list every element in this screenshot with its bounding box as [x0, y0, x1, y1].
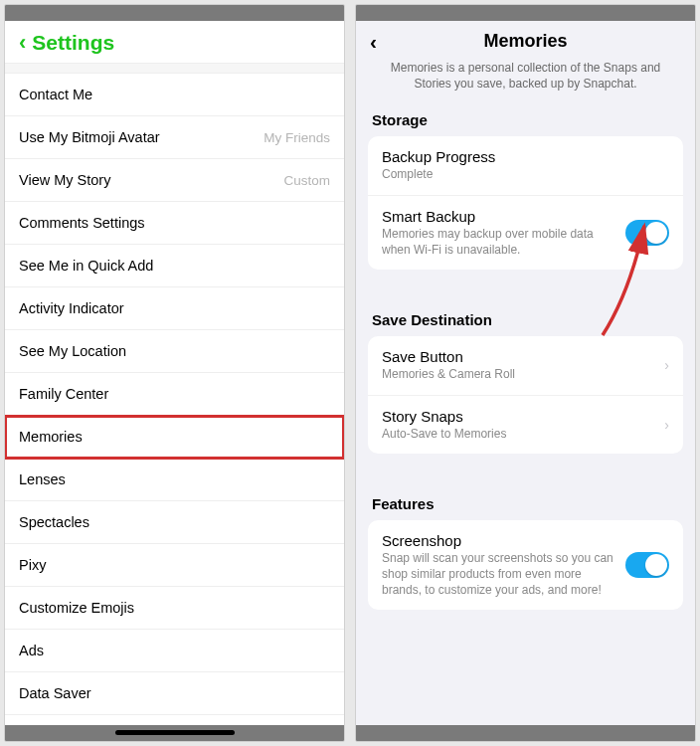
settings-item-spectacles[interactable]: Spectacles [5, 501, 344, 544]
status-bar [5, 5, 344, 21]
item-title: Backup Progress [382, 148, 669, 165]
save-destination-card: Save Button Memories & Camera Roll › Sto… [368, 336, 683, 454]
item-label: Pixy [19, 557, 46, 573]
settings-item-pixy[interactable]: Pixy [5, 544, 344, 587]
settings-item-family-center[interactable]: Family Center [5, 373, 344, 416]
settings-header: ‹ Settings [5, 21, 344, 64]
item-label: See Me in Quick Add [19, 258, 153, 274]
item-title: Story Snaps [382, 408, 654, 425]
settings-item-see-my-location[interactable]: See My Location [5, 330, 344, 373]
settings-item-view-my-story[interactable]: View My StoryCustom [5, 159, 344, 202]
screenshop-toggle[interactable] [625, 552, 669, 578]
section-label-save-destination: Save Destination [368, 301, 683, 336]
chevron-right-icon: › [664, 357, 669, 373]
settings-item-lenses[interactable]: Lenses [5, 459, 344, 501]
settings-list: Contact Me Use My Bitmoji AvatarMy Frien… [5, 64, 344, 725]
item-subtitle: Snap will scan your screenshots so you c… [382, 551, 615, 598]
item-label: Memories [19, 429, 83, 445]
item-label: Contact Me [19, 87, 92, 102]
item-label: Lenses [19, 471, 66, 487]
save-button-item[interactable]: Save Button Memories & Camera Roll › [368, 336, 683, 396]
item-label: Activity Indicator [19, 300, 124, 316]
backup-progress-item[interactable]: Backup Progress Complete [368, 136, 683, 196]
bottom-bar [356, 725, 695, 741]
settings-item-comments-settings[interactable]: Comments Settings [5, 202, 344, 245]
settings-item-contact-me[interactable]: Contact Me [5, 74, 344, 116]
item-label: Comments Settings [19, 215, 145, 231]
storage-card: Backup Progress Complete Smart Backup Me… [368, 136, 683, 270]
memories-content: Storage Backup Progress Complete Smart B… [356, 101, 695, 725]
smart-backup-toggle[interactable] [625, 220, 669, 246]
memories-header: ‹ Memories [356, 21, 695, 56]
settings-item-ads[interactable]: Ads [5, 630, 344, 672]
page-title: Settings [32, 31, 114, 55]
section-label-storage: Storage [368, 101, 683, 136]
section-label-features: Features [368, 485, 683, 520]
screenshop-item[interactable]: Screenshop Snap will scan your screensho… [368, 520, 683, 610]
home-indicator [115, 730, 235, 735]
item-subtitle: Memories & Camera Roll [382, 367, 654, 383]
settings-item-see-me-quick-add[interactable]: See Me in Quick Add [5, 245, 344, 287]
item-label: Family Center [19, 386, 108, 402]
item-value: My Friends [263, 130, 330, 145]
item-subtitle: Complete [382, 167, 669, 183]
page-title: Memories [483, 31, 567, 52]
item-title: Screenshop [382, 532, 615, 549]
item-title: Save Button [382, 348, 654, 365]
back-icon[interactable]: ‹ [19, 32, 26, 54]
item-label: See My Location [19, 343, 126, 359]
item-label: Spectacles [19, 514, 89, 530]
list-gap [5, 64, 344, 74]
back-icon[interactable]: ‹ [370, 31, 377, 52]
story-snaps-item[interactable]: Story Snaps Auto-Save to Memories › [368, 396, 683, 455]
item-label: Customize Emojis [19, 600, 134, 616]
item-label: View My Story [19, 172, 110, 188]
item-subtitle: Auto-Save to Memories [382, 427, 654, 443]
settings-item-data-saver[interactable]: Data Saver [5, 672, 344, 715]
settings-item-activity-indicator[interactable]: Activity Indicator [5, 287, 344, 330]
settings-screen: ‹ Settings Contact Me Use My Bitmoji Ava… [4, 4, 345, 742]
smart-backup-item[interactable]: Smart Backup Memories may backup over mo… [368, 196, 683, 270]
item-subtitle: Memories may backup over mobile data whe… [382, 227, 615, 258]
item-label: Ads [19, 643, 44, 658]
memories-screen: ‹ Memories Memories is a personal collec… [355, 4, 696, 742]
item-value: Custom [283, 173, 330, 188]
settings-item-quick-tap-to-snap[interactable]: Quick Tap To Snap [5, 715, 344, 725]
chevron-right-icon: › [664, 417, 669, 433]
settings-item-bitmoji-avatar[interactable]: Use My Bitmoji AvatarMy Friends [5, 116, 344, 159]
item-title: Smart Backup [382, 208, 615, 225]
item-label: Use My Bitmoji Avatar [19, 129, 160, 145]
page-subtitle: Memories is a personal collection of the… [356, 56, 695, 101]
features-card: Screenshop Snap will scan your screensho… [368, 520, 683, 610]
settings-item-customize-emojis[interactable]: Customize Emojis [5, 587, 344, 630]
settings-item-memories[interactable]: Memories [5, 416, 344, 459]
status-bar [356, 5, 695, 21]
item-label: Data Saver [19, 685, 91, 701]
